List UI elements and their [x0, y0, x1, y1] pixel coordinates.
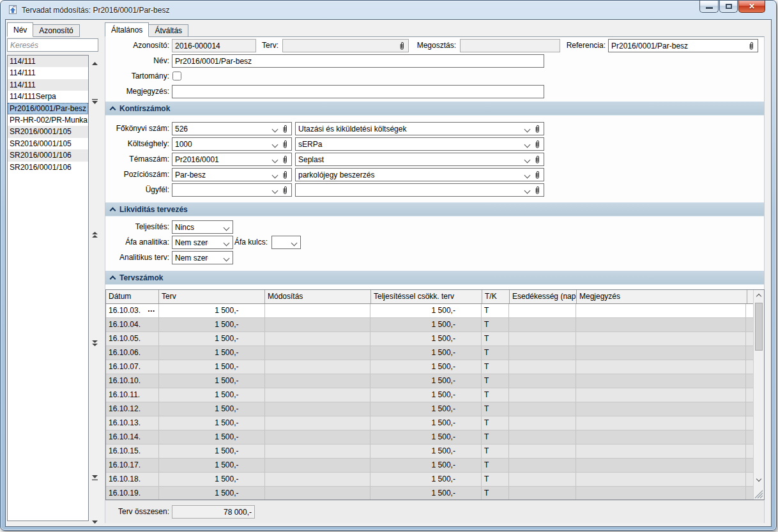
table-row[interactable]: 16.10.11.… 1 500,- 1 500,- T [106, 388, 753, 402]
tab-nev[interactable]: Név [7, 22, 33, 37]
table-row[interactable]: 16.10.05.… 1 500,- 1 500,- T [106, 332, 753, 346]
cell-telj[interactable]: 1 500,- [370, 346, 482, 360]
cell-tk[interactable]: T [482, 473, 509, 486]
cell-datum[interactable]: 16.10.12.… [106, 402, 159, 416]
cell-megjegyzes[interactable] [576, 332, 746, 346]
cell-telj[interactable]: 1 500,- [370, 402, 482, 416]
cell-esedekesseg[interactable] [509, 388, 576, 402]
list-item[interactable]: 114/111Serpa [8, 91, 88, 102]
cell-megjegyzes[interactable] [576, 402, 746, 416]
cell-esedekesseg[interactable] [509, 459, 576, 472]
close-button[interactable]: ✕ [738, 1, 765, 13]
kontir-desc-combo[interactable]: parkolójegy beszerzés [295, 168, 544, 181]
cell-megjegyzes[interactable] [576, 473, 746, 486]
cell-modositas[interactable] [265, 304, 371, 317]
col-megjegyzes[interactable]: Megjegyzés [577, 290, 747, 303]
cell-tk[interactable]: T [482, 459, 509, 472]
cell-datum[interactable]: 16.10.15.… [106, 445, 159, 458]
chevron-down-icon[interactable] [224, 225, 230, 231]
cell-modositas[interactable] [265, 445, 371, 458]
cell-terv[interactable]: 1 500,- [159, 445, 265, 458]
cell-modositas[interactable] [265, 430, 371, 444]
chevron-down-icon[interactable] [291, 241, 298, 246]
table-row[interactable]: 16.10.18.… 1 500,- 1 500,- T [106, 473, 753, 487]
title-bar[interactable]: Tervadat módosítás: Pr2016/0001/Par-besz… [1, 1, 776, 19]
cell-modositas[interactable] [265, 332, 371, 346]
col-telj[interactable]: Teljesítéssel csökk. terv [371, 290, 482, 303]
cell-modositas[interactable] [265, 459, 371, 472]
cell-telj[interactable]: 1 500,- [370, 360, 482, 374]
section-likviditas[interactable]: Likviditás tervezés [105, 202, 764, 217]
table-row[interactable]: 16.10.10.… 1 500,- 1 500,- T [106, 374, 753, 388]
kontir-code-combo[interactable] [172, 183, 292, 197]
cell-esedekesseg[interactable] [509, 402, 576, 416]
referencia-field[interactable]: Pr2016/0001/Par-besz [608, 39, 758, 52]
list-item[interactable]: 114/111 [8, 56, 88, 67]
cell-tk[interactable]: T [482, 360, 509, 374]
paperclip-icon[interactable] [534, 140, 542, 149]
chevron-down-icon[interactable] [272, 142, 278, 148]
cell-telj[interactable]: 1 500,- [370, 332, 482, 346]
cell-tk[interactable]: T [482, 416, 509, 430]
cell-modositas[interactable] [265, 402, 371, 416]
section-kontirszamok[interactable]: Kontírszámok [105, 102, 764, 116]
paperclip-icon[interactable] [534, 186, 542, 195]
col-tk[interactable]: T/K [482, 290, 510, 303]
grid-scrollbar[interactable] [753, 290, 764, 499]
chevron-down-icon[interactable] [224, 256, 230, 261]
col-datum[interactable]: Dátum [106, 290, 159, 303]
cell-tk[interactable]: T [482, 318, 509, 331]
cell-modositas[interactable] [265, 388, 371, 402]
cell-terv[interactable]: 1 500,- [159, 487, 265, 499]
list-item[interactable]: 114/111 [8, 79, 88, 91]
cell-esedekesseg[interactable] [509, 445, 576, 458]
cell-megjegyzes[interactable] [576, 430, 746, 444]
cell-telj[interactable]: 1 500,- [370, 304, 482, 317]
kontir-code-combo[interactable]: Par-besz [172, 168, 292, 181]
col-esedekesseg[interactable]: Esedékesség (nap) [510, 290, 577, 303]
cell-tk[interactable]: T [482, 346, 509, 360]
cell-megjegyzes[interactable] [576, 304, 746, 317]
cell-esedekesseg[interactable] [509, 487, 576, 499]
cell-modositas[interactable] [265, 487, 371, 499]
cell-datum[interactable]: 16.10.17.… [106, 459, 159, 472]
kontir-desc-combo[interactable]: sERPa [295, 137, 544, 151]
table-row[interactable]: 16.10.03.… 1 500,- 1 500,- T [106, 304, 753, 318]
cell-telj[interactable]: 1 500,- [370, 487, 482, 499]
paperclip-icon[interactable] [282, 171, 289, 179]
cell-tk[interactable]: T [482, 304, 509, 317]
paperclip-icon[interactable] [748, 42, 756, 50]
cell-esedekesseg[interactable] [509, 360, 576, 374]
nev-field[interactable] [172, 54, 544, 68]
table-row[interactable]: 16.10.06.… 1 500,- 1 500,- T [106, 346, 753, 360]
kontir-desc-combo[interactable]: Utazási és kiküldetési költségek [295, 122, 544, 135]
chevron-down-icon[interactable] [272, 188, 278, 194]
col-terv[interactable]: Terv [159, 290, 265, 303]
minimize-button[interactable] [699, 1, 719, 13]
scroll-to-line-down-icon[interactable] [91, 473, 99, 482]
chevron-down-icon[interactable] [272, 127, 278, 132]
section-tervszamok[interactable]: Tervszámok [105, 271, 764, 285]
kontir-code-combo[interactable]: Pr2016/0001 [172, 153, 292, 166]
cell-datum[interactable]: 16.10.07.… [106, 360, 159, 374]
cell-datum[interactable]: 16.10.14.… [106, 430, 159, 444]
cell-terv[interactable]: 1 500,- [159, 402, 265, 416]
cell-modositas[interactable] [265, 346, 371, 360]
cell-datum[interactable]: 16.10.05.… [106, 332, 159, 346]
tab-azonosito[interactable]: Azonosító [33, 24, 79, 37]
list-item[interactable]: 114/111 [8, 67, 88, 79]
table-row[interactable]: 16.10.12.… 1 500,- 1 500,- T [106, 402, 753, 416]
cell-telj[interactable]: 1 500,- [370, 318, 482, 331]
page-up-icon[interactable] [91, 231, 99, 239]
afa-kulcs-select[interactable] [271, 236, 301, 249]
cell-terv[interactable]: 1 500,- [159, 332, 265, 346]
cell-modositas[interactable] [265, 473, 371, 486]
cell-esedekesseg[interactable] [509, 430, 576, 444]
chevron-down-icon[interactable] [524, 142, 531, 148]
page-down-icon[interactable] [91, 339, 99, 347]
cell-terv[interactable]: 1 500,- [159, 318, 265, 331]
cell-modositas[interactable] [265, 416, 371, 430]
scroll-down-icon[interactable] [91, 518, 99, 526]
cell-datum[interactable]: 16.10.03.… [106, 304, 159, 317]
cell-esedekesseg[interactable] [509, 473, 576, 486]
